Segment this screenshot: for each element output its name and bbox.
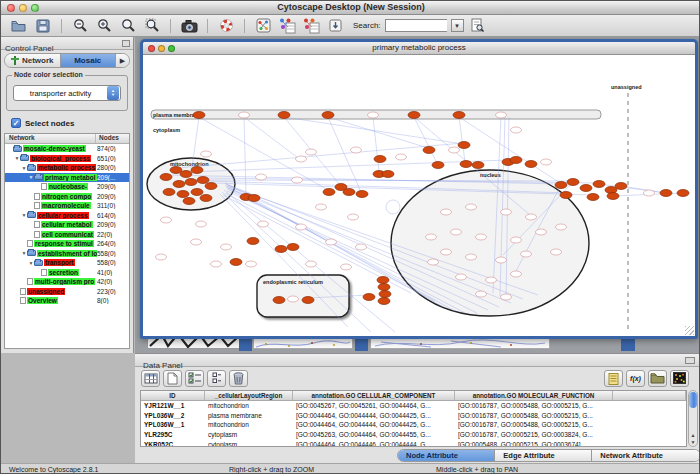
help-button[interactable] <box>216 17 236 35</box>
import-network-button[interactable] <box>325 17 345 35</box>
network-node-selected[interactable] <box>160 174 172 181</box>
network-node[interactable] <box>396 154 407 160</box>
network-node[interactable] <box>426 234 437 240</box>
network-node-selected[interactable] <box>273 297 285 304</box>
network-node[interactable] <box>196 221 207 227</box>
network-node-selected[interactable] <box>555 182 567 189</box>
network-node[interactable] <box>201 151 212 157</box>
zoom-fit-button[interactable] <box>142 17 162 35</box>
select-attributes-button[interactable] <box>141 370 160 387</box>
network-node-selected[interactable] <box>660 190 672 197</box>
select-nodes-checkbox[interactable]: ✓ <box>11 118 21 128</box>
tree-row[interactable]: Overview8(0) <box>5 296 129 306</box>
network-node[interactable] <box>511 271 522 277</box>
tree-row[interactable]: mosaic-demo-yeast874(0) <box>5 144 129 154</box>
network-node[interactable] <box>441 209 452 215</box>
network-node[interactable] <box>306 149 317 155</box>
table-row[interactable]: YLR295Ccytoplasm[GO:0045263, GO:0044464,… <box>141 430 686 440</box>
filter-button[interactable] <box>301 17 321 35</box>
network-node[interactable] <box>501 209 512 215</box>
tree-row[interactable]: multi-organism pro42(0) <box>5 277 129 287</box>
network-node[interactable] <box>521 251 532 257</box>
notepad-button[interactable] <box>604 370 623 387</box>
select-attributes-list-button[interactable] <box>185 370 204 387</box>
network-node-selected[interactable] <box>378 284 390 291</box>
create-attribute-button[interactable] <box>163 370 182 387</box>
network-node-selected[interactable] <box>587 194 599 201</box>
network-node[interactable] <box>456 274 467 280</box>
tree-row[interactable]: ▼primary metabol209(... <box>5 173 129 183</box>
network-window-titlebar[interactable]: primary metabolic process <box>143 42 695 55</box>
network-node[interactable] <box>451 229 462 235</box>
network-node-selected[interactable] <box>193 112 205 119</box>
snapshot-button[interactable] <box>179 17 199 35</box>
search-config-button[interactable] <box>468 17 488 35</box>
network-node[interactable] <box>466 254 477 260</box>
attribute-list-button[interactable] <box>207 370 226 387</box>
tab-network[interactable]: Network <box>5 54 61 67</box>
function-builder-button[interactable]: f(x) <box>626 370 645 387</box>
search-input[interactable] <box>385 19 447 32</box>
float-panel-icon[interactable] <box>685 357 695 364</box>
tree-row[interactable]: ▼establishment of lo558(0) <box>5 249 129 259</box>
network-node[interactable] <box>351 147 362 153</box>
network-node[interactable] <box>476 234 487 240</box>
network-node-selected[interactable] <box>378 298 390 305</box>
tree-row[interactable]: ▼cellular process614(0) <box>5 211 129 221</box>
network-node-selected[interactable] <box>408 112 420 119</box>
network-node-selected[interactable] <box>356 191 368 198</box>
network-node-selected[interactable] <box>432 162 444 169</box>
network-node[interactable] <box>258 221 269 227</box>
network-node-selected[interactable] <box>247 238 259 245</box>
network-node-selected[interactable] <box>472 162 484 169</box>
browser-tab-edge[interactable]: Edge Attribute Browser <box>495 450 592 461</box>
network-node-selected[interactable] <box>423 147 435 154</box>
network-node-selected[interactable] <box>302 297 314 304</box>
tab-mosaic[interactable]: Mosaic <box>61 54 117 67</box>
network-node-selected[interactable] <box>191 167 203 174</box>
network-node[interactable] <box>511 237 522 243</box>
delete-attribute-button[interactable] <box>229 370 248 387</box>
network-node[interactable] <box>246 261 257 267</box>
network-node-selected[interactable] <box>230 259 242 266</box>
browser-tab-node[interactable]: Node Attribute Browser <box>398 450 495 461</box>
node-color-dropdown[interactable]: transporter activity ▲▼ <box>13 85 121 101</box>
network-node-selected[interactable] <box>248 195 260 202</box>
table-row[interactable]: YPL036W__2plasma membrane[GO:0044464, GO… <box>141 411 686 421</box>
float-panel-icon[interactable] <box>122 40 130 47</box>
network-node-selected[interactable] <box>278 112 290 119</box>
table-scrollbar[interactable]: ▲ ▼ <box>688 390 698 447</box>
network-node[interactable] <box>496 112 507 118</box>
vizmapper-button[interactable] <box>277 17 297 35</box>
network-node-selected[interactable] <box>382 171 394 178</box>
network-node-selected[interactable] <box>377 277 389 284</box>
tree-row[interactable]: cell communicat22(0) <box>5 230 129 240</box>
network-node[interactable] <box>526 214 537 220</box>
tree-row[interactable]: cellular metabol209(0) <box>5 220 129 230</box>
network-node-selected[interactable] <box>567 179 579 186</box>
zoom-out-button[interactable] <box>70 17 90 35</box>
window-titlebar[interactable]: Cytoscape Desktop (New Session) <box>1 1 700 15</box>
network-node-selected[interactable] <box>593 181 605 188</box>
scrollbar-thumb[interactable] <box>689 392 697 408</box>
network-node[interactable] <box>326 239 337 245</box>
network-node-selected[interactable] <box>287 244 299 251</box>
network-node[interactable] <box>511 127 522 133</box>
network-node-selected[interactable] <box>197 177 209 184</box>
network-node[interactable] <box>191 239 202 245</box>
network-node-selected[interactable] <box>322 112 334 119</box>
network-node[interactable] <box>541 159 552 165</box>
network-node-selected[interactable] <box>177 191 189 198</box>
tree-row[interactable]: ▼biological_process651(0) <box>5 154 129 164</box>
table-row[interactable]: YKR052Ccytoplasm[GO:0044464, GO:0044446,… <box>141 440 686 447</box>
network-node[interactable] <box>348 214 359 220</box>
save-button[interactable] <box>33 17 53 35</box>
network-node-selected[interactable] <box>607 193 619 200</box>
network-node-selected[interactable] <box>191 189 203 196</box>
table-column-header[interactable]: ID <box>141 391 205 400</box>
network-node-selected[interactable] <box>458 142 470 149</box>
table-column-header[interactable]: annotation.GO CELLULAR_COMPONENT <box>293 391 455 400</box>
network-node-selected[interactable] <box>163 189 175 196</box>
network-node-selected[interactable] <box>560 192 572 199</box>
network-node[interactable] <box>466 204 477 210</box>
